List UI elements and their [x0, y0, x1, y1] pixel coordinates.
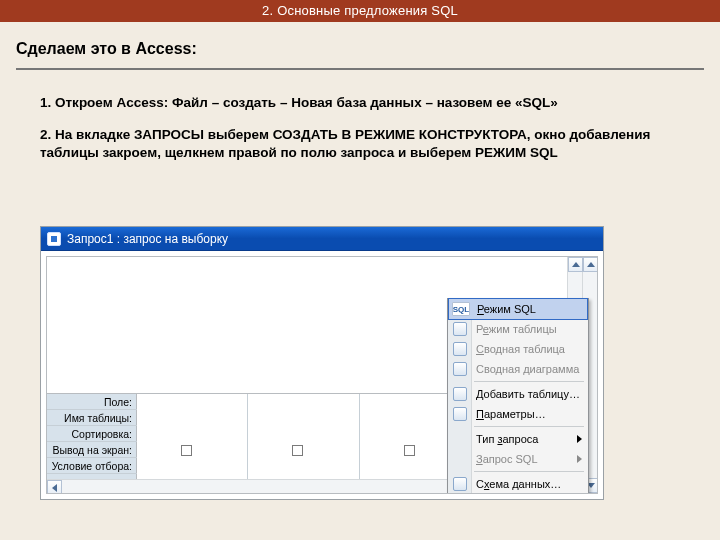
grid-label: Имя таблицы:	[47, 410, 137, 425]
menu-item-9: Запрос SQL	[448, 449, 588, 469]
grid-checkbox[interactable]	[137, 442, 248, 458]
menu-item-label: Режим SQL	[477, 303, 536, 315]
menu-item-icon	[453, 322, 467, 336]
grid-cell[interactable]	[248, 426, 359, 442]
menu-item-6[interactable]: Параметры…	[448, 404, 588, 424]
grid-cell[interactable]	[248, 410, 359, 426]
menu-item-5[interactable]: Добавить таблицу…	[448, 384, 588, 404]
grid-cell[interactable]	[137, 458, 248, 474]
submenu-arrow-icon	[577, 435, 582, 443]
menu-item-8[interactable]: Тип запроса	[448, 429, 588, 449]
menu-item-11[interactable]: Схема данных…	[448, 474, 588, 494]
page-header-title: 2. Основные предложения SQL	[262, 3, 458, 18]
grid-checkbox[interactable]	[248, 442, 359, 458]
menu-item-label: Сводная диаграмма	[476, 363, 579, 375]
scroll-up-icon[interactable]	[583, 257, 598, 272]
step-2: 2. На вкладке ЗАПРОСЫ выберем СОЗДАТЬ В …	[40, 126, 662, 162]
menu-item-3: Сводная диаграмма	[448, 359, 588, 379]
submenu-arrow-icon	[577, 455, 582, 463]
grid-label: Поле:	[47, 394, 137, 409]
menu-separator	[474, 471, 584, 472]
menu-item-label: Запрос SQL	[476, 453, 538, 465]
menu-item-label: Тип запроса	[476, 433, 538, 445]
menu-item-0[interactable]: SQLРежим SQL	[448, 298, 588, 320]
menu-item-icon	[453, 477, 467, 491]
menu-item-icon	[453, 387, 467, 401]
menu-item-label: Добавить таблицу…	[476, 388, 580, 400]
menu-item-icon	[453, 407, 467, 421]
menu-item-label: Схема данных…	[476, 478, 561, 490]
menu-item-label: Параметры…	[476, 408, 546, 420]
menu-item-label: Сводная таблица	[476, 343, 565, 355]
grid-label: Сортировка:	[47, 426, 137, 441]
body-text: 1. Откроем Access: Файл – создать – Нова…	[0, 70, 720, 163]
menu-item-icon	[453, 342, 467, 356]
menu-separator	[474, 381, 584, 382]
context-menu: SQLРежим SQLРежим таблицыСводная таблица…	[447, 298, 589, 494]
grid-cell[interactable]	[137, 410, 248, 426]
menu-item-label: Режим таблицы	[476, 323, 557, 335]
menu-item-icon	[453, 362, 467, 376]
grid-label: Условие отбора:	[47, 458, 137, 473]
menu-separator	[474, 426, 584, 427]
window-title: Запрос1 : запрос на выборку	[67, 232, 228, 246]
page-subtitle: Сделаем это в Access:	[0, 22, 720, 58]
grid-cell[interactable]	[248, 394, 359, 410]
page-header: 2. Основные предложения SQL	[0, 0, 720, 22]
query-canvas: Поле: Имя таблицы: Сортировка: Вывод на …	[46, 256, 598, 494]
titlebar: Запрос1 : запрос на выборку	[41, 227, 603, 251]
scroll-up-icon[interactable]	[568, 257, 583, 272]
menu-item-2: Сводная таблица	[448, 339, 588, 359]
window-icon	[47, 232, 61, 246]
grid-cell[interactable]	[137, 426, 248, 442]
step-1: 1. Откроем Access: Файл – создать – Нова…	[40, 94, 662, 112]
access-window: Запрос1 : запрос на выборку Поле: Имя та…	[40, 226, 604, 500]
grid-cell[interactable]	[248, 458, 359, 474]
sql-badge-icon: SQL	[452, 302, 470, 316]
grid-label: Вывод на экран:	[47, 442, 137, 457]
scroll-left-icon[interactable]	[47, 480, 62, 494]
menu-item-1: Режим таблицы	[448, 319, 588, 339]
grid-cell[interactable]	[137, 394, 248, 410]
